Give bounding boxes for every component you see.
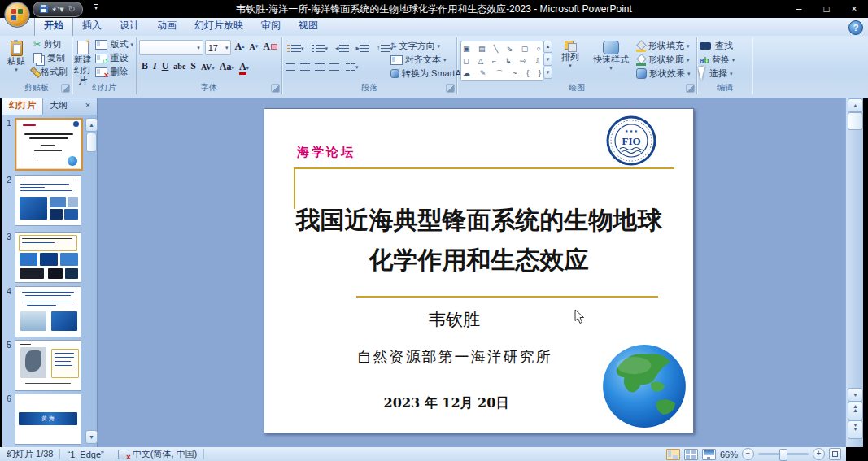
vertical-scrollbar[interactable]: ▲ ▼ ▲▲ ▼▼ [845,97,863,447]
redo-button[interactable]: ↻ [68,5,76,14]
maximize-button[interactable]: □ [813,3,840,15]
slide-title-textbox[interactable]: 我国近海典型锋面系统的生物地球 化学作用和生态效应 [273,200,685,280]
font-color-button[interactable]: A▾ [239,59,249,73]
columns-button[interactable]: ▾ [344,60,360,73]
spelling-language-segment[interactable]: 中文(简体, 中国) [111,449,204,459]
fit-to-window-button[interactable] [829,448,841,460]
shape-rectangle-icon[interactable]: ▢ [521,45,529,53]
zoom-in-button[interactable]: + [813,448,825,460]
customize-qat-button[interactable]: ▾ [94,4,98,11]
shapes-scroll-up[interactable]: ▲ [543,41,552,53]
shape-elbow-icon[interactable]: ⌐ [492,57,496,65]
quick-styles-button[interactable]: 快速样式 ▾ [588,37,634,81]
language-label[interactable]: 中文(简体, 中国) [133,448,197,460]
tab-review[interactable]: 审阅 [252,16,290,36]
tab-view[interactable]: 视图 [290,16,327,36]
underline-button[interactable]: U [162,60,169,72]
align-right-button[interactable] [315,63,325,71]
next-slide-button[interactable]: ▼▼ [848,420,863,439]
pane-scroll-up[interactable]: ▲ [85,118,98,132]
minimize-button[interactable]: – [785,3,813,15]
save-button[interactable] [40,5,48,15]
format-painter-button[interactable]: 格式刷 [31,65,70,79]
shape-triangle-icon[interactable]: △ [478,57,483,65]
replace-button[interactable]: 替换▾ [697,53,752,67]
shape-left-brace-icon[interactable]: { [526,69,529,77]
copy-button[interactable]: 复制 [31,51,70,65]
globe-image[interactable] [601,343,687,429]
zoom-slider-thumb[interactable] [779,449,787,461]
font-size-combo[interactable]: 17▾ [205,40,232,55]
slide-thumbnail-6[interactable]: 黄 海 [15,394,81,445]
slideshow-view-button[interactable] [702,449,716,460]
shape-line-icon[interactable]: ╲ [494,45,498,53]
shape-right-arrow-icon[interactable]: ⇨ [520,57,526,65]
shapes-more-button[interactable]: ▼ [543,67,552,79]
text-shadow-button[interactable]: S [190,60,196,72]
pane-close-button[interactable]: × [82,100,94,110]
shapes-scroll-down[interactable]: ▼ [543,54,552,66]
date-textbox[interactable]: 2023 年 12月 20日 [264,395,628,412]
paragraph-dialog-launcher[interactable] [446,84,455,93]
new-slide-button[interactable]: 新建 幻灯片 [72,37,93,86]
slide-thumbnail-2[interactable] [15,175,81,226]
clear-formatting-button[interactable]: A [261,40,279,53]
scroll-thumb[interactable] [848,112,863,130]
shape-down-arrow-icon[interactable]: ⇩ [534,57,541,65]
scroll-up-button[interactable]: ▲ [848,98,863,112]
tab-animations[interactable]: 动画 [148,16,185,36]
close-button[interactable]: × [840,3,868,15]
undo-dropdown-icon[interactable]: ▾ [59,4,64,14]
decrease-indent-button[interactable]: ◂ [334,41,351,54]
strikethrough-button[interactable]: abe [173,62,185,71]
zoom-level[interactable]: 66% [720,450,738,459]
shape-cloud-icon[interactable]: ☁ [463,69,470,77]
italic-button[interactable]: I [153,60,157,72]
affiliation-textbox[interactable]: 自然资源部第一海洋研究所 [264,347,644,367]
arrange-button[interactable]: 排列 ▾ [552,37,588,81]
author-textbox[interactable]: 韦钦胜 [264,308,644,331]
select-button[interactable]: 选择▾ [697,67,752,80]
character-spacing-button[interactable]: AV▾ [201,59,215,73]
bold-button[interactable]: B [142,60,148,72]
shape-outline-button[interactable]: 形状轮廓▾ [634,53,693,67]
numbering-button[interactable]: ▾ [310,41,330,54]
shape-right-brace-icon[interactable]: } [539,69,541,77]
pane-scroll-thumb[interactable] [86,133,97,152]
tab-insert[interactable]: 插入 [73,16,111,36]
office-button[interactable] [4,2,30,28]
pane-tab-outline[interactable]: 大纲 [43,97,74,115]
tab-slideshow[interactable]: 幻灯片放映 [185,16,252,36]
shape-elbow-arrow-icon[interactable]: ↳ [505,57,512,65]
scroll-down-button[interactable]: ▼ [848,388,863,402]
align-left-button[interactable] [286,63,295,71]
shape-textbox-icon[interactable]: ▣ [463,45,470,53]
align-center-button[interactable] [300,63,310,71]
shape-curve-icon[interactable]: ~ [513,69,517,77]
pane-tab-slides[interactable]: 幻灯片 [2,96,43,115]
layout-button[interactable]: 版式▾ [93,37,136,51]
shape-fill-button[interactable]: 形状填充▾ [634,39,693,53]
font-name-combo[interactable]: ▾ [139,40,203,55]
tab-design[interactable]: 设计 [111,16,148,36]
pane-scroll-down[interactable]: ▼ [85,430,98,444]
undo-button[interactable]: ↶▾ [52,5,64,14]
previous-slide-button[interactable]: ▲▲ [848,402,863,420]
zoom-slider[interactable] [758,453,809,455]
normal-view-button[interactable] [666,449,680,460]
forum-label-textbox[interactable]: 海学论坛 [297,145,355,160]
font-dialog-launcher[interactable] [271,84,280,93]
tab-home[interactable]: 开始 [34,15,73,36]
reset-button[interactable]: 重设 [93,51,136,65]
clipboard-dialog-launcher[interactable] [61,84,70,93]
zoom-out-button[interactable]: − [742,448,754,460]
find-button[interactable]: 查找 [697,39,752,53]
shape-arrow-line-icon[interactable]: ⇘ [507,45,513,53]
help-button[interactable]: ? [848,20,863,35]
pane-scrollbar[interactable]: ▲ ▼ [85,118,96,444]
fio-logo[interactable]: ★ ★ ★ FIO [606,115,656,166]
shrink-font-button[interactable]: A▾ [248,40,260,53]
delete-button[interactable]: 删除 [93,65,136,79]
paste-button[interactable]: 粘贴 ▾ [2,37,31,79]
cut-button[interactable]: ✂剪切 [31,37,70,51]
